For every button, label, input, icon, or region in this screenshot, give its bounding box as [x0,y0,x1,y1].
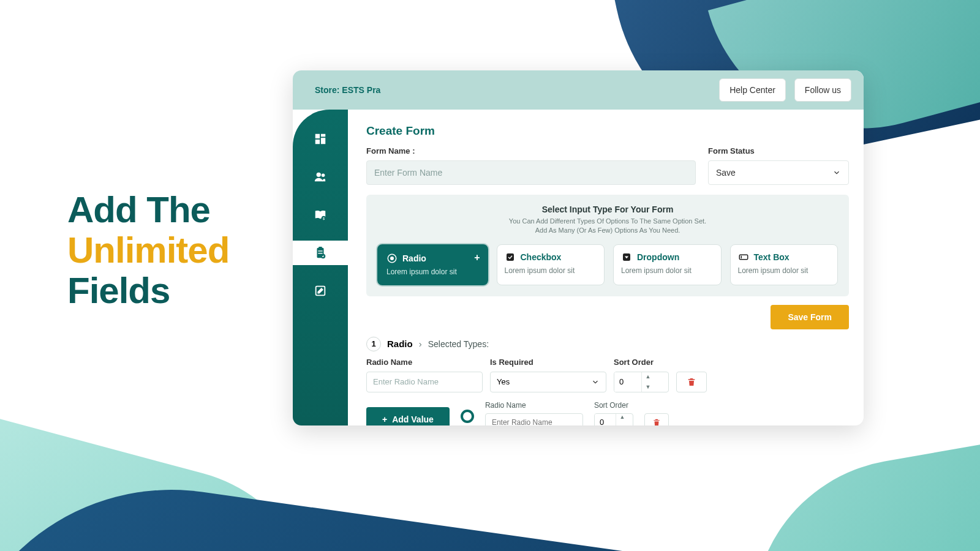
sidebar-item-users[interactable] [293,165,348,189]
svg-rect-0 [315,134,320,138]
decor-bottom-right-teal [728,421,980,551]
store-name: ESTS Pra [342,85,380,95]
type-desc: Lorem ipsum dolor sit [738,266,831,275]
is-required-select[interactable]: Yes [490,372,606,392]
sequence-title: Radio [387,339,413,349]
grid-icon [314,132,327,146]
value-sort-order-label: Sort Order [594,401,633,410]
svg-rect-2 [321,138,325,144]
svg-point-4 [317,173,321,177]
svg-rect-16 [507,253,514,261]
main-content: Create Form Form Name : Form Status Save… [348,110,864,425]
svg-rect-3 [315,140,320,144]
value-radio-name-input[interactable] [485,413,583,425]
marketing-headline: Add The Unlimited Fields [67,190,229,311]
form-name-input[interactable] [366,160,696,185]
plus-icon: + [382,414,387,424]
checkbox-icon [505,252,516,263]
arrow-down-icon[interactable]: ▼ [616,422,628,425]
type-desc: Lorem ipsum dolor sit [621,266,714,275]
panel-title: Select Input Type For Your Form [377,204,838,214]
decor-bottom-dark [0,461,980,551]
headline-line-2: Unlimited [67,230,229,271]
is-required-value: Yes [497,377,510,386]
input-types-panel: Select Input Type For Your Form You Can … [366,195,849,296]
book-icon: $ [314,208,327,222]
svg-rect-10 [318,250,322,251]
sequence-number: 1 [366,337,381,351]
sort-order-label: Sort Order [614,358,669,367]
delete-value-button[interactable] [644,413,669,425]
chevron-right-icon: › [419,339,422,349]
type-label: Radio [402,253,426,263]
headline-line-1: Add The [67,190,229,230]
page-title: Create Form [366,124,849,138]
sequence-text: Selected Types: [428,339,489,349]
arrow-down-icon[interactable]: ▼ [642,382,654,392]
type-label: Text Box [754,252,790,262]
store-label: Store: ESTS Pra [315,85,380,95]
textbox-icon [738,252,749,263]
type-label: Dropdown [637,252,679,262]
type-label: Checkbox [521,252,562,262]
type-card-checkbox[interactable]: Checkbox Lorem ipsum dolor sit [497,244,605,285]
type-desc: Lorem ipsum dolor sit [505,266,597,275]
form-status-value: Save [716,168,736,178]
svg-point-15 [390,257,394,260]
type-desc: Lorem ipsum dolor sit [386,268,479,276]
topbar: Store: ESTS Pra Help Center Follow us [293,70,864,110]
value-sort-order-stepper[interactable]: ▲▼ [594,413,633,425]
save-form-button[interactable]: Save Form [771,305,849,329]
radio-icon [386,253,398,264]
users-icon [314,170,327,184]
svg-rect-11 [318,253,322,253]
add-value-label: Add Value [392,414,434,424]
plus-icon: + [474,252,480,263]
follow-us-button[interactable]: Follow us [794,78,851,102]
radio-name-input[interactable] [366,372,483,392]
headline-line-3: Fields [67,271,229,311]
value-radio-name-label: Radio Name [485,401,583,410]
trash-icon [652,418,661,425]
is-required-label: Is Required [490,358,606,367]
form-status-label: Form Status [708,146,849,156]
add-value-button[interactable]: + Add Value [366,407,450,425]
sort-order-input[interactable] [614,372,641,392]
sidebar: $ [293,110,348,425]
edit-icon [314,284,327,298]
svg-text:$: $ [323,217,325,220]
type-card-radio[interactable]: Radio + Lorem ipsum dolor sit [377,244,488,285]
value-sort-order-input[interactable] [595,414,616,425]
dropdown-icon [621,252,632,263]
svg-point-5 [322,174,325,178]
delete-field-button[interactable] [676,372,707,392]
panel-subtitle: You Can Add Different Types Of Options T… [377,217,838,236]
type-card-dropdown[interactable]: Dropdown Lorem ipsum dolor sit [613,244,722,285]
help-center-button[interactable]: Help Center [719,78,786,102]
type-card-textbox[interactable]: Text Box Lorem ipsum dolor sit [730,244,839,285]
field-sequence-header: 1 Radio › Selected Types: [366,337,849,351]
sidebar-item-book[interactable]: $ [293,203,348,227]
chevron-down-icon [832,168,841,177]
svg-rect-18 [739,255,748,260]
sidebar-item-forms[interactable] [293,241,348,265]
app-panel: Store: ESTS Pra Help Center Follow us $ [293,70,864,425]
radio-name-label: Radio Name [366,358,483,367]
svg-rect-9 [318,247,322,249]
trash-icon [687,377,696,387]
form-name-label: Form Name : [366,146,696,156]
chevron-down-icon [591,378,600,386]
sidebar-item-edit[interactable] [293,279,348,303]
store-prefix: Store: [315,85,342,95]
clipboard-icon [314,246,327,260]
arrow-up-icon[interactable]: ▲ [616,413,628,422]
arrow-up-icon[interactable]: ▲ [642,372,654,382]
svg-rect-1 [321,134,325,137]
sort-order-stepper[interactable]: ▲▼ [614,372,669,392]
radio-indicator-icon [461,410,474,423]
sidebar-item-dashboard[interactable] [293,127,348,151]
form-status-select[interactable]: Save [708,160,849,185]
